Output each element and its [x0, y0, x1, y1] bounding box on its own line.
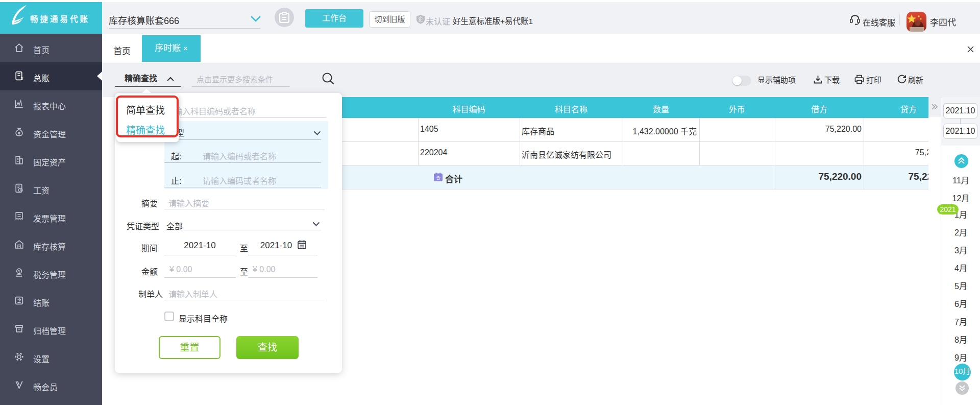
svg-text:¥: ¥	[20, 76, 23, 81]
svg-text:企: 企	[418, 15, 423, 22]
svg-text:合: 合	[436, 174, 440, 180]
